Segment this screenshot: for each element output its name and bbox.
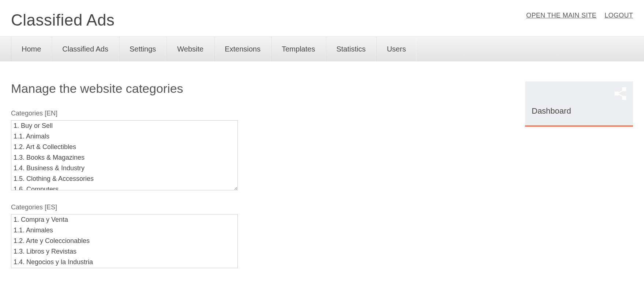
nav-settings[interactable]: Settings	[119, 37, 166, 61]
list-item[interactable]: 1. Buy or Sell	[11, 121, 237, 131]
list-item[interactable]: 1.4. Negocios y la Industria	[11, 257, 237, 267]
list-item[interactable]: 1. Compra y Venta	[11, 214, 237, 225]
nav-users[interactable]: Users	[376, 37, 416, 61]
nav-classified-ads[interactable]: Classified Ads	[52, 37, 119, 61]
nav-templates[interactable]: Templates	[271, 37, 326, 61]
categories-en-wrap: 1. Buy or Sell 1.1. Animals 1.2. Art & C…	[11, 120, 238, 190]
list-item[interactable]: 1.3. Books & Magazines	[11, 152, 237, 163]
categories-es-listbox[interactable]: 1. Compra y Venta 1.1. Animales 1.2. Art…	[11, 214, 238, 268]
list-item[interactable]: 1.1. Animals	[11, 131, 237, 142]
dashboard-title: Dashboard	[532, 106, 626, 116]
content: Manage the website categories Categories…	[0, 61, 644, 279]
nav-statistics[interactable]: Statistics	[326, 37, 376, 61]
list-item[interactable]: 1.2. Art & Collectibles	[11, 142, 237, 152]
list-item[interactable]: 1.6. Computers	[11, 184, 237, 190]
page-title: Manage the website categories	[11, 81, 510, 96]
nav-home[interactable]: Home	[11, 37, 52, 61]
top-links: OPEN THE MAIN SITE LOGOUT	[526, 12, 633, 19]
categories-en-label: Categories [EN]	[11, 110, 510, 117]
dashboard-card[interactable]: Dashboard	[525, 81, 633, 127]
list-item[interactable]: 1.3. Libros y Revistas	[11, 246, 237, 257]
list-item[interactable]: 1.4. Business & Industry	[11, 163, 237, 174]
logout-link[interactable]: LOGOUT	[604, 12, 633, 19]
list-item[interactable]: 1.1. Animales	[11, 225, 237, 236]
categories-es-wrap: 1. Compra y Venta 1.1. Animales 1.2. Art…	[11, 214, 238, 268]
open-main-site-link[interactable]: OPEN THE MAIN SITE	[526, 12, 596, 19]
top-bar: Classified Ads OPEN THE MAIN SITE LOGOUT	[0, 0, 644, 37]
categories-es-label: Categories [ES]	[11, 204, 510, 211]
nav-website[interactable]: Website	[166, 37, 214, 61]
share-icon	[614, 87, 628, 100]
list-item[interactable]: 1.5. Clothing & Accessories	[11, 174, 237, 184]
categories-en-listbox[interactable]: 1. Buy or Sell 1.1. Animals 1.2. Art & C…	[11, 120, 238, 190]
nav-extensions[interactable]: Extensions	[214, 37, 271, 61]
site-logo: Classified Ads	[11, 11, 115, 29]
main-nav: Home Classified Ads Settings Website Ext…	[0, 37, 644, 61]
list-item[interactable]: 1.2. Arte y Coleccionables	[11, 236, 237, 246]
main-column: Manage the website categories Categories…	[11, 81, 510, 268]
side-column: Dashboard	[525, 81, 633, 127]
